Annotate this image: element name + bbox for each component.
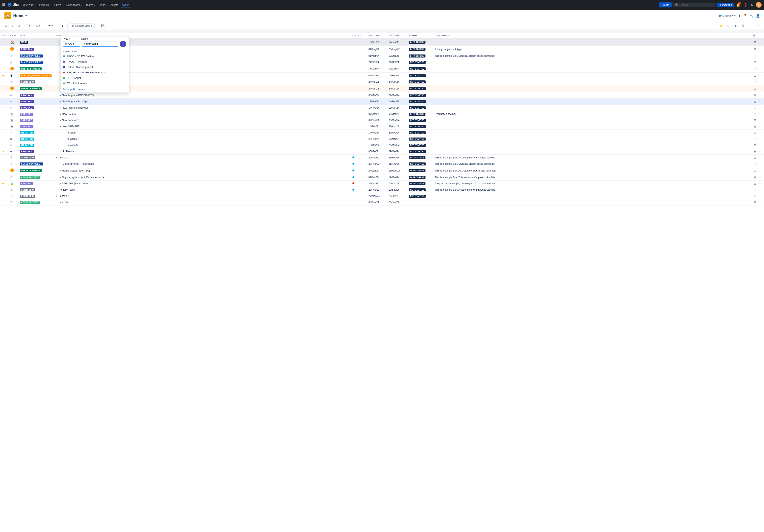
nav-dashboards[interactable]: Dashboards ▾ [65, 3, 84, 7]
popup-name-input[interactable] [82, 41, 118, 47]
grid-action-icon[interactable]: ⊞ [753, 99, 757, 103]
sort-button[interactable]: ⇅ ▾ [34, 24, 42, 28]
favorite-star[interactable]: ☆ [2, 94, 5, 97]
view-columns-button[interactable]: ⊞ [16, 24, 22, 28]
popup-type-select[interactable]: PROG ▾ [63, 41, 80, 47]
more-action-icon[interactable]: ⋯ [758, 40, 762, 44]
favorite-star[interactable]: ★ [2, 74, 5, 77]
more-action-icon[interactable]: ⋯ [758, 80, 762, 84]
grid-action-icon[interactable]: ⊞ [753, 80, 757, 84]
more-action-icon[interactable]: ⋯ [758, 194, 762, 198]
nav-your-work[interactable]: Your work ▾ [21, 3, 37, 7]
expand-arrow[interactable]: ▼ [56, 195, 58, 197]
export-button[interactable]: ⬆ [60, 24, 65, 28]
favorite-star[interactable]: ☆ [2, 144, 5, 147]
edit-button[interactable]: 🔧 [749, 14, 754, 18]
grid-action-icon[interactable]: ⊞ [753, 182, 757, 186]
expand-arrow[interactable]: ▶ [60, 106, 61, 109]
expand-arrow[interactable]: ▶ [60, 201, 61, 204]
more-action-icon[interactable]: ⋯ [758, 60, 762, 64]
grid-action-icon[interactable]: ⊞ [753, 131, 757, 135]
more-toolbar-button[interactable]: ⋯ [748, 24, 754, 28]
view-bullet-button[interactable]: ⁝ [10, 24, 15, 28]
save-view-button[interactable]: 💾 [99, 24, 106, 28]
settings-button[interactable]: ⚙ [750, 2, 754, 8]
favorite-star[interactable]: ☆ [2, 200, 5, 204]
expand-arrow[interactable]: ▶ [60, 113, 61, 115]
more-action-icon[interactable]: ⋯ [758, 73, 762, 77]
more-action-icon[interactable]: ⋯ [758, 143, 762, 147]
grid-action-icon[interactable]: ⊞ [753, 137, 757, 141]
more-action-icon[interactable]: ⋯ [758, 87, 762, 91]
popup-item-prog-custom[interactable]: PROG - BF TW Custom [61, 54, 128, 59]
grid-action-icon[interactable]: ⊞ [753, 156, 757, 160]
more-action-icon[interactable]: ⋯ [758, 131, 762, 135]
more-action-icon[interactable]: ⋯ [758, 118, 762, 122]
grid-action-icon[interactable]: ⊞ [753, 60, 757, 64]
more-action-icon[interactable]: ⋯ [758, 175, 762, 179]
expand-arrow[interactable]: ▶ [60, 94, 61, 97]
nav-filters[interactable]: Filters ▾ [52, 3, 64, 7]
expand-arrow[interactable]: ▶ [60, 119, 61, 122]
favorite-star[interactable]: ☆ [2, 41, 5, 44]
expand-arrow[interactable]: ▶ [60, 182, 61, 185]
popup-manage-box-types[interactable]: Manage Box types [61, 86, 128, 92]
more-action-icon[interactable]: ⋯ [758, 124, 762, 128]
jira-logo[interactable]: Jira [8, 3, 19, 7]
grid-action-icon[interactable]: ⊞ [753, 200, 757, 204]
more-action-icon[interactable]: ⋯ [758, 106, 762, 110]
grid-icon[interactable] [2, 3, 5, 6]
favorite-star[interactable]: ★ [2, 150, 5, 153]
nav-projects[interactable]: Projects ▾ [38, 3, 52, 7]
grid-action-icon[interactable]: ⊞ [753, 124, 757, 128]
expand-arrow[interactable]: ▼ [60, 125, 62, 128]
nav-apps[interactable]: Apps ▾ [120, 2, 131, 7]
favorite-star[interactable]: ☆ [2, 80, 5, 83]
search-input[interactable] [680, 3, 713, 6]
more-action-icon[interactable]: ⋯ [758, 169, 762, 173]
more-action-icon[interactable]: ⋯ [758, 200, 762, 204]
overview-button[interactable]: 👥 Overview ▾ [718, 14, 736, 17]
more-action-icon[interactable]: ⋯ [758, 99, 762, 103]
grid-action-icon[interactable]: ⊞ [753, 175, 757, 179]
popup-item-spt-sprint[interactable]: SPT - Sprint [61, 75, 128, 80]
help-button[interactable]: ❓ [743, 2, 748, 8]
favorite-star[interactable]: ★ [2, 182, 5, 185]
grid-action-icon[interactable]: ⊞ [753, 67, 757, 71]
grid-action-icon[interactable]: ⊞ [753, 118, 757, 122]
favorite-star[interactable]: ☆ [2, 169, 5, 172]
sample-view-button[interactable]: ⊞ Sample view ▾ [70, 23, 95, 28]
more-action-icon[interactable]: ⋯ [758, 47, 762, 51]
grid-toolbar-button[interactable]: ⊞ [733, 24, 738, 28]
search-box[interactable]: 🔍 [673, 3, 715, 7]
more-action-icon[interactable]: ⋯ [758, 162, 762, 166]
favorite-star[interactable]: ☆ [2, 67, 5, 70]
favorite-star[interactable]: ☆ [2, 125, 5, 128]
favorite-star[interactable]: ☆ [2, 61, 5, 64]
grid-action-icon[interactable]: ⊞ [753, 149, 757, 153]
more-action-icon[interactable]: ⋯ [758, 188, 762, 192]
upgrade-button[interactable]: ⬆ Upgrade [717, 3, 734, 7]
grid-action-icon[interactable]: ⊞ [753, 112, 757, 116]
grid-action-icon[interactable]: ⊞ [753, 188, 757, 192]
more-action-icon[interactable]: ⋯ [758, 149, 762, 153]
grid-action-icon[interactable]: ⊞ [753, 73, 757, 77]
star-toolbar-button[interactable]: ⭐ [718, 24, 724, 28]
home-title[interactable]: Home ▾ [13, 14, 27, 18]
grid-action-icon[interactable]: ⊞ [753, 194, 757, 198]
favorite-star[interactable]: ☆ [2, 195, 5, 198]
popup-item-st-solution[interactable]: ST - Solution train [61, 80, 128, 86]
more-action-icon[interactable]: ⋯ [758, 156, 762, 160]
expand-arrow[interactable]: ▶ [60, 169, 61, 172]
grid-action-icon[interactable]: ⊞ [753, 162, 757, 166]
grid-action-icon[interactable]: ⊞ [753, 169, 757, 173]
grid-action-icon[interactable]: ⊞ [753, 40, 757, 44]
collapse-toolbar-button[interactable]: ⌃ [755, 24, 761, 28]
popup-item-reqar-less[interactable]: REQAR - LeSS Requirement Area [61, 70, 128, 75]
search-toolbar-button[interactable]: 🔍 [740, 24, 746, 28]
grid-action-icon[interactable]: ⊞ [753, 87, 757, 91]
expand-arrow[interactable]: ▶ [60, 176, 61, 179]
expand-arrow[interactable]: ▼ [56, 156, 58, 159]
notifications-button[interactable]: 🔔 9+ [735, 2, 741, 8]
more-action-icon[interactable]: ⋯ [758, 137, 762, 141]
